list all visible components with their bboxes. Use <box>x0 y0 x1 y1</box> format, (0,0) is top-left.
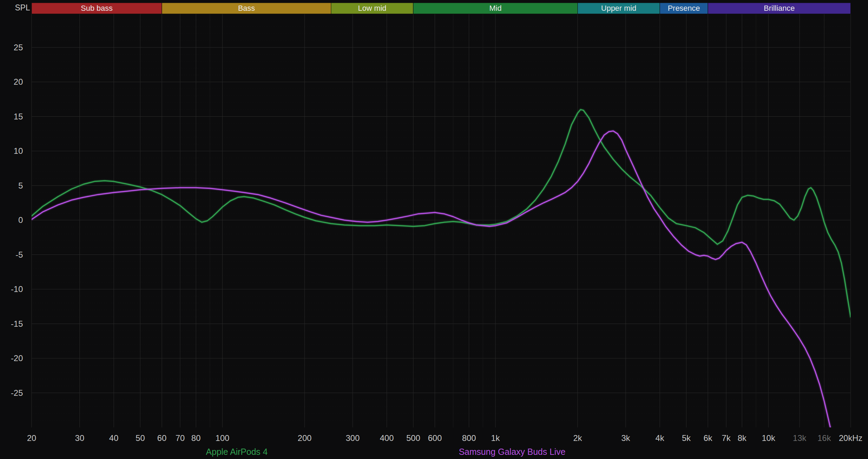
spl-axis-title: SPL <box>15 3 30 12</box>
y-tick--25: -25 <box>11 388 23 398</box>
x-tick-100: 100 <box>216 433 229 443</box>
x-tick-600: 600 <box>428 433 442 443</box>
x-tick-60: 60 <box>157 433 167 443</box>
x-tick-10k: 10k <box>762 433 776 443</box>
x-tick-500: 500 <box>406 433 420 443</box>
grid-lines <box>32 14 851 427</box>
legend-apple-airpods-4: Apple AirPods 4 <box>206 447 268 457</box>
x-tick-30: 30 <box>75 433 84 443</box>
band-label-mid: Mid <box>489 4 501 12</box>
band-label-presence: Presence <box>668 4 700 12</box>
x-tick-13k: 13k <box>793 433 807 443</box>
x-tick-4k: 4k <box>656 433 665 443</box>
band-label-upper-mid: Upper mid <box>601 4 636 12</box>
x-tick-1k: 1k <box>491 433 500 443</box>
series-lines <box>32 110 851 434</box>
band-label-low-mid: Low mid <box>358 4 386 12</box>
x-tick-20: 20 <box>27 433 36 443</box>
band-label-brilliance: Brilliance <box>764 4 795 12</box>
y-axis-labels: 2520151050-5-10-15-20-25 <box>11 43 23 398</box>
x-tick-16k: 16k <box>817 433 831 443</box>
x-tick-300: 300 <box>346 433 360 443</box>
x-tick-20kHz: 20kHz <box>839 433 862 443</box>
x-tick-7k: 7k <box>722 433 731 443</box>
band-label-bass: Bass <box>238 4 255 12</box>
x-axis-labels: 203040506070801002003004005006008001k2k3… <box>27 433 862 443</box>
y-tick-0: 0 <box>18 215 23 225</box>
y-tick-20: 20 <box>14 77 23 86</box>
frequency-response-page: Sub bassBassLow midMidUpper midPresenceB… <box>0 0 868 459</box>
y-tick-25: 25 <box>14 43 23 52</box>
y-tick-10: 10 <box>14 146 23 156</box>
band-label-sub-bass: Sub bass <box>81 4 113 12</box>
frequency-band-bar: Sub bassBassLow midMidUpper midPresenceB… <box>32 3 851 14</box>
x-tick-2k: 2k <box>573 433 582 443</box>
frequency-response-chart: Sub bassBassLow midMidUpper midPresenceB… <box>0 0 868 459</box>
y-tick-15: 15 <box>14 112 23 121</box>
y-tick--10: -10 <box>11 284 23 294</box>
x-tick-8k: 8k <box>737 433 746 443</box>
x-tick-70: 70 <box>175 433 185 443</box>
x-tick-50: 50 <box>136 433 145 443</box>
y-tick-5: 5 <box>18 181 23 190</box>
x-tick-40: 40 <box>109 433 118 443</box>
x-tick-200: 200 <box>298 433 311 443</box>
x-tick-5k: 5k <box>682 433 691 443</box>
y-tick--15: -15 <box>11 319 23 328</box>
legend-samsung-galaxy-buds-live: Samsung Galaxy Buds Live <box>459 447 565 457</box>
x-tick-3k: 3k <box>621 433 630 443</box>
y-tick--20: -20 <box>11 353 23 363</box>
series-samsung-galaxy-buds-live <box>32 131 832 434</box>
y-tick--5: -5 <box>16 250 23 259</box>
series-glow-samsung-galaxy-buds-live <box>32 131 832 434</box>
x-tick-800: 800 <box>462 433 476 443</box>
x-tick-80: 80 <box>191 433 201 443</box>
x-tick-6k: 6k <box>703 433 712 443</box>
x-tick-400: 400 <box>380 433 394 443</box>
